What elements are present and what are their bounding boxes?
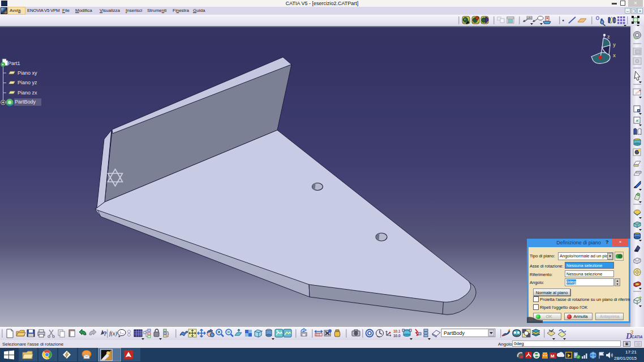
svg-text:f(x): f(x) — [109, 330, 118, 337]
svg-text:x: x — [613, 53, 616, 58]
svg-text:ABC: ABC — [527, 17, 533, 20]
svg-text:10.1: 10.1 — [393, 329, 401, 333]
svg-text:?: ? — [103, 330, 107, 337]
svg-text:10.0: 10.0 — [393, 334, 401, 338]
svg-text:f₍ₓ₎: f₍ₓ₎ — [120, 331, 124, 335]
svg-text:CATIA: CATIA — [632, 335, 643, 339]
svg-text:}: } — [167, 330, 169, 337]
svg-text:z: z — [607, 34, 610, 40]
svg-text:PartBody: PartBody — [444, 330, 465, 336]
svg-text:y: y — [613, 42, 616, 48]
svg-text:M: M — [551, 354, 555, 359]
